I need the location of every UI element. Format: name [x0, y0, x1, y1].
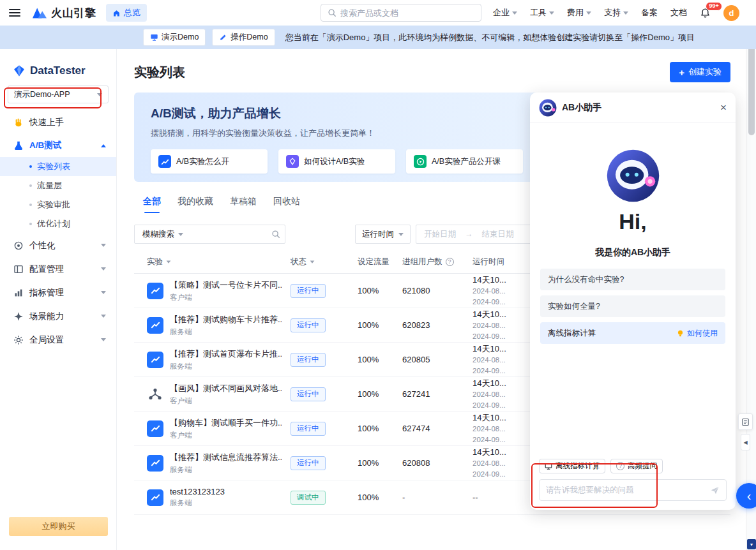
tab-all[interactable]: 全部: [143, 196, 161, 213]
experiment-endpoint: 服务端: [170, 327, 282, 337]
sidebar-item-traffic-layer[interactable]: 流量层: [0, 176, 116, 195]
sidebar-item-experiment-list[interactable]: 实验列表: [0, 157, 116, 176]
line-chart-icon: [158, 155, 171, 168]
monitor-icon: [545, 463, 552, 470]
suggestion-no-hit[interactable]: 为什么没有命中实验?: [540, 269, 725, 290]
buy-now-button[interactable]: 立即购买: [9, 517, 108, 536]
ab-experiment-icon: [147, 420, 163, 437]
suggestion-offline-metric[interactable]: 离线指标计算 如何使用: [540, 322, 725, 344]
brand-logo[interactable]: 火山引擎: [32, 6, 96, 20]
sidebar-item-global-settings[interactable]: 全局设置: [0, 328, 116, 352]
create-experiment-button[interactable]: + 创建实验: [670, 62, 730, 82]
bullet-dot: [29, 204, 32, 206]
play-circle-icon: [414, 155, 427, 168]
tab-recycle-bin[interactable]: 回收站: [273, 196, 300, 213]
status-badge: 运行中: [291, 284, 326, 298]
tab-favorites[interactable]: 我的收藏: [178, 196, 213, 213]
suggestion-full-volume[interactable]: 实验如何全量?: [540, 295, 725, 317]
faq-quick-button[interactable]: ? 高频提问: [610, 459, 663, 473]
banner-card-how-to-design[interactable]: 如何设计A/B实验: [278, 149, 395, 174]
global-search[interactable]: [321, 4, 481, 22]
datatester-logo[interactable]: DataTester: [0, 49, 116, 77]
experiment-endpoint: 客户端: [170, 293, 282, 302]
experiment-title[interactable]: 【推荐】测试购物车卡片推荐...: [170, 314, 282, 325]
plus-icon: +: [679, 68, 684, 77]
nav-registration[interactable]: 备案: [641, 7, 658, 19]
search-type-select[interactable]: 模糊搜索: [135, 229, 191, 240]
column-experiment[interactable]: 实验: [147, 256, 291, 267]
how-to-use-link[interactable]: 如何使用: [676, 328, 718, 339]
robot-avatar-large: [606, 149, 660, 203]
ab-experiment-icon: [147, 283, 163, 299]
assistant-message-input[interactable]: [546, 486, 705, 494]
sidebar-item-ab-test[interactable]: A/B测试: [0, 134, 116, 157]
search-combo: 模糊搜索: [134, 225, 285, 244]
nav-tools[interactable]: 工具: [530, 7, 554, 19]
sidebar-item-scene-capability[interactable]: 场景能力: [0, 304, 116, 328]
experiment-title[interactable]: 【画风】测试不同画风对落地...: [170, 383, 282, 394]
nav-support[interactable]: 支持: [604, 7, 628, 19]
panel-icon: [13, 264, 24, 274]
scrollbar-thumb[interactable]: [748, 40, 755, 135]
feedback-float-button[interactable]: [738, 413, 753, 430]
nav-enterprise[interactable]: 企业: [493, 7, 517, 19]
chevron-down-icon: [398, 233, 404, 236]
demo-project-button[interactable]: 演示Demo: [143, 29, 206, 46]
sidebar-item-metric-management[interactable]: 指标管理: [0, 281, 116, 304]
chevron-down-icon: [549, 11, 554, 15]
experiment-title[interactable]: 【推荐】测试首页瀑布卡片推...: [170, 348, 282, 360]
status-badge: 运行中: [291, 387, 326, 401]
banner-card-open-course[interactable]: A/B实验产品公开课: [406, 149, 523, 174]
chevron-down-icon: [97, 93, 102, 96]
send-icon[interactable]: [710, 486, 720, 495]
tab-drafts[interactable]: 草稿箱: [230, 196, 257, 213]
nav-docs[interactable]: 文档: [670, 7, 687, 19]
search-icon[interactable]: [267, 230, 285, 239]
date-range-picker[interactable]: 开始日期 → 结束日期: [416, 225, 548, 244]
scroll-down-button[interactable]: ▼: [747, 539, 756, 549]
sidebar-item-personalization[interactable]: 个性化: [0, 234, 116, 257]
column-users: 进组用户数?: [402, 256, 472, 267]
arrow-right-icon: →: [465, 230, 473, 239]
chevron-down-icon: [101, 244, 106, 247]
experiment-title[interactable]: 【策略】测试一号位卡片不同...: [170, 279, 282, 291]
run-time-filter[interactable]: 运行时间: [355, 225, 411, 244]
traffic-value: 100%: [358, 286, 402, 295]
sidebar-item-config-management[interactable]: 配置管理: [0, 257, 116, 281]
bullet-dot: [29, 223, 32, 225]
sidebar-item-quick-start[interactable]: 快速上手: [0, 111, 116, 134]
sidebar-menu: 快速上手 A/B测试 实验列表 流量层 实验审批 优化计划 个性化 配置管理 指…: [0, 111, 116, 352]
robot-avatar-icon: [539, 99, 557, 117]
user-avatar[interactable]: d: [723, 5, 739, 21]
experiment-search-input[interactable]: [191, 230, 267, 239]
close-icon[interactable]: ×: [720, 102, 727, 113]
operate-project-button[interactable]: 操作Demo: [212, 29, 275, 46]
collapse-float-button[interactable]: ◀: [741, 434, 750, 450]
sort-icon: [167, 260, 171, 263]
overview-button[interactable]: 总览: [106, 4, 147, 22]
offline-metric-quick-button[interactable]: 离线指标计算: [539, 459, 605, 473]
bullet-dot: [29, 184, 32, 187]
hamburger-menu-icon[interactable]: [9, 9, 20, 17]
experiment-title[interactable]: 【推荐】测试信息流推荐算法...: [170, 452, 282, 463]
assistant-greeting: Hi,: [540, 209, 725, 234]
search-input[interactable]: [340, 8, 474, 18]
traffic-value: 100%: [358, 493, 402, 502]
banner-card-how-to-start[interactable]: A/B实验怎么开: [151, 149, 268, 174]
multilink-experiment-icon: [147, 386, 163, 403]
notifications-button[interactable]: 99+: [700, 8, 711, 19]
assistant-input-box: [539, 479, 727, 501]
experiment-title[interactable]: test123123123: [170, 487, 225, 496]
traffic-value: 100%: [358, 320, 402, 330]
chevron-down-icon: [101, 338, 106, 341]
sidebar-item-optimization-plan[interactable]: 优化计划: [0, 214, 116, 234]
page-scrollbar[interactable]: ▲ ▼: [746, 26, 756, 550]
sidebar-item-experiment-approval[interactable]: 实验审批: [0, 195, 116, 214]
column-status[interactable]: 状态: [291, 256, 358, 267]
experiment-title[interactable]: 【购物车】测试顺手买一件功...: [170, 417, 282, 429]
project-selector[interactable]: 演示Demo-APP: [8, 85, 109, 103]
question-circle-icon[interactable]: ?: [446, 258, 454, 266]
bullet-dot: [29, 165, 32, 168]
status-badge: 运行中: [291, 318, 326, 332]
nav-billing[interactable]: 费用: [567, 7, 591, 19]
